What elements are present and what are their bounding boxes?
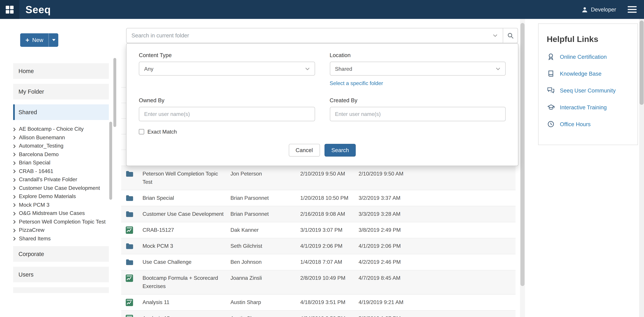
exact-match-row: Exact Match [139,129,506,135]
topbar-right: Developer [582,4,644,15]
content-type-select[interactable]: Any [139,62,315,76]
page-scrollbar-thumb[interactable] [640,21,644,105]
shared-folder-item[interactable]: O&G Midstream Use Cases [13,209,109,218]
item-created-date: 2/16/2018 9:08 AM [300,210,358,218]
grid-icon [6,5,14,14]
search-options-toggle[interactable] [488,34,503,37]
search-button[interactable]: Search [324,144,356,157]
table-row[interactable]: Bootcamp Formula + Scorecard Exercises J… [121,270,516,294]
hamburger-menu-button[interactable] [624,4,640,15]
item-created-date: 4/18/2019 3:51 PM [300,298,358,306]
shared-folder-item[interactable]: Mock PCM 3 [13,201,109,209]
shared-folder-item[interactable]: Explore Demo Materials [13,192,109,201]
page-scrollbar[interactable] [639,19,644,317]
exact-match-checkbox[interactable] [139,129,144,134]
item-created-date: 1/20/2018 10:50 PM [300,194,358,202]
location-label: Location [330,52,506,59]
cancel-button[interactable]: Cancel [288,144,320,157]
sidebar-item-my-folder[interactable]: My Folder [13,84,109,100]
item-name[interactable]: Brian Special [142,194,230,202]
content-type-value: Any [144,66,154,72]
search-bar [126,28,518,43]
link-interactive-training[interactable]: Interactive Training [547,104,629,111]
item-created-date: 1/4/2018 7:07 AM [300,258,358,266]
table-row[interactable]: Analysis 15 Austin Sharp 4/24/2019 2:50 … [121,310,516,317]
shared-folder-item[interactable]: Shared Items [13,234,109,243]
shared-folder-item[interactable]: Automator_Testing [13,142,109,150]
sidebar-item-users[interactable]: Users [13,267,109,282]
helpful-link-label: Seeq User Community [560,87,616,94]
shared-folder-item[interactable]: Brian Special [13,159,109,167]
exact-match-label: Exact Match [148,129,177,135]
analysis-icon [126,315,133,317]
chevron-right-icon [13,186,16,190]
folder-list-scrollbar[interactable] [109,122,112,200]
item-owner: Ben Johnson [230,258,300,266]
app-switcher-button[interactable] [0,0,19,19]
item-name[interactable]: Analysis 11 [142,298,230,306]
select-specific-folder-link[interactable]: Select a specific folder [330,80,383,86]
shared-folder-item[interactable]: AE Bootcamp - Choice City [13,125,109,133]
shared-folder-item[interactable]: Crandall's Private Folder [13,175,109,184]
search-submit-button[interactable] [503,28,518,43]
search-input[interactable] [126,33,488,39]
book-icon [547,70,555,77]
analysis-icon [126,226,133,234]
item-name[interactable]: Bootcamp Formula + Scorecard Exercises [142,274,230,290]
location-field: Location Shared Select a specific folder [330,52,506,87]
table-row[interactable]: CRAB-15127 Dak Kanner 3/1/2019 3:07 PM 3… [121,222,516,238]
shared-folder-item[interactable]: Allison Buenemann [13,133,109,142]
link-seeq-user-community[interactable]: Seeq User Community [547,87,629,94]
chevron-right-icon [13,153,16,157]
shared-folder-item[interactable]: Customer Use Case Development [13,184,109,192]
table-row[interactable]: Use Case Challenge Ben Johnson 1/4/2018 … [121,254,516,270]
table-row[interactable]: Peterson Well Completion Topic Test Jon … [121,166,516,190]
table-row[interactable]: Analysis 11 Austin Sharp 4/18/2019 3:51 … [121,294,516,310]
sidebar-item-home[interactable]: Home [13,63,109,79]
content-scrollbar-thumb[interactable] [520,23,524,286]
shared-folder-label: PizzaCrew [19,226,44,234]
item-updated-date: 4/1/2019 2:06 PM [358,242,516,250]
item-name[interactable]: Customer Use Case Development [142,210,230,218]
item-name[interactable]: Use Case Challenge [142,258,230,266]
shared-folder-label: Allison Buenemann [19,133,65,142]
analysis-icon [126,299,133,306]
chevron-down-icon [493,34,498,37]
created-by-input[interactable] [330,107,506,121]
item-created-date: 3/1/2019 3:07 PM [300,226,358,234]
item-name[interactable]: Mock PCM 3 [142,242,230,250]
item-created-date: 2/8/2019 10:49 PM [300,274,358,282]
link-office-hours[interactable]: Office Hours [547,120,629,128]
shared-folder-label: Shared Items [19,234,51,243]
sidebar-item-shared[interactable]: Shared [13,104,109,120]
location-select[interactable]: Shared [330,62,506,76]
sidebar-scrollbar[interactable] [113,58,116,127]
content-scrollbar[interactable] [520,19,525,317]
table-row[interactable]: Brian Special Brian Parsonnet 1/20/2018 … [121,190,516,206]
item-name[interactable]: Peterson Well Completion Topic Test [142,170,230,186]
user-icon [582,7,588,13]
shared-folder-label: O&G Midstream Use Cases [19,209,85,218]
link-online-certification[interactable]: Online Certification [547,53,629,61]
item-name[interactable]: Analysis 15 [142,314,230,317]
shared-folder-item[interactable]: Barcelona Demo [13,150,109,159]
item-name[interactable]: CRAB-15127 [142,226,230,234]
shared-folder-label: Peterson Well Completion Topic Test [19,218,106,226]
chevron-right-icon [13,136,16,140]
owned-by-input[interactable] [139,107,315,121]
item-type-icon-cell [121,314,142,317]
created-by-field: Created By [330,97,506,121]
sidebar-item-corporate[interactable]: Corporate [13,246,109,262]
table-row[interactable]: Mock PCM 3 Seth Gilchrist 4/1/2019 2:06 … [121,238,516,254]
new-dropdown-toggle[interactable] [49,33,58,47]
table-row[interactable]: Customer Use Case Development Brian Pars… [121,206,516,222]
folder-icon [126,211,134,217]
shared-folder-item[interactable]: CRAB - 16461 [13,167,109,175]
shared-folder-item[interactable]: PizzaCrew [13,226,109,234]
link-knowledge-base[interactable]: Knowledge Base [547,70,629,77]
new-button[interactable]: + New [20,33,49,47]
shared-folder-label: Explore Demo Materials [19,192,76,201]
user-menu[interactable]: Developer [582,7,616,13]
item-updated-date: 5/6/2019 1:27 PM [358,314,516,317]
shared-folder-item[interactable]: Peterson Well Completion Topic Test [13,218,109,226]
